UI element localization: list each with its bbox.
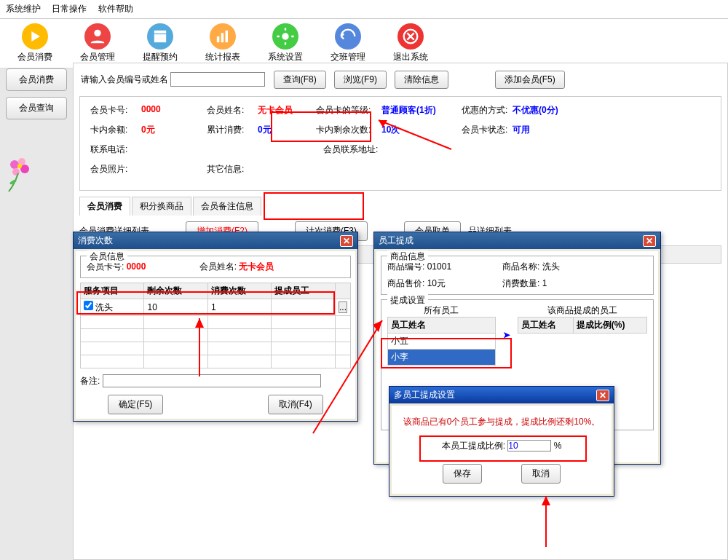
left-query[interactable]: 会员查询 [6,97,67,119]
total-label: 累计消费: [207,124,258,136]
qty-lbl: 消费数量: [502,278,539,288]
balance-label: 卡内余额: [90,124,141,136]
addr-label: 会员联系地址: [323,143,396,156]
assigned-emp-label: 该商品提成的员工 [518,304,647,317]
member-info-legend: 会员信息 [87,251,127,263]
close-icon[interactable]: ✕ [340,235,353,247]
card-status: 可用 [513,124,530,136]
save-button[interactable]: 保存 [443,464,482,484]
qty-val: 1 [542,278,547,288]
th-empname2: 员工姓名 [518,318,573,334]
dlg1-cardno-lbl: 会员卡号: [87,261,124,272]
left-panel: 会员消费 会员查询 [0,63,73,125]
dlg1-name-lbl: 会员姓名: [199,261,237,272]
dlg3-title: 多员工提成设置 [394,389,455,401]
arrow-right-icon[interactable]: ➤ [503,304,510,366]
tabs: 会员消费 积分换商品 会员备注信息 [79,197,721,216]
commission-legend: 提成设置 [387,294,428,307]
tb-stats[interactable]: 统计报表 [202,23,243,63]
toolbar: 会员消费 会员管理 提醒预约 统计报表 系统设置 交班管理 退出系统 [0,19,728,68]
svg-marker-0 [31,31,40,42]
svg-rect-4 [217,36,220,42]
price-lbl: 商品售价: [387,278,424,288]
dialog-consume-count: 消费次数✕ 会员信息 会员卡号: 0000 会员姓名: 无卡会员 服务项目剩余次… [73,232,358,422]
svg-point-11 [10,160,19,169]
clear-button[interactable]: 清除信息 [395,71,448,89]
member-info-box: 会员卡号:0000 会员姓名:无卡会员 会员卡的等级:普通顾客(1折) 优惠的方… [79,96,721,191]
prod-info-legend: 商品信息 [387,251,428,263]
name-label: 会员姓名: [207,104,258,117]
query-button[interactable]: 查询(F8) [274,71,326,89]
balance: 0元 [141,124,207,136]
menu-daily[interactable]: 日常操作 [52,4,87,14]
tab-remark[interactable]: 会员备注信息 [193,197,261,216]
ratio-label: 本员工提成比例: [442,441,505,451]
dlg3-cancel-button[interactable]: 取消 [521,464,561,484]
svg-rect-5 [221,33,224,42]
th-service: 服务项目 [81,283,144,299]
th-empname: 员工姓名 [388,318,496,334]
more-button[interactable]: ... [339,301,347,313]
svg-point-15 [17,164,22,168]
dlg1-name: 无卡会员 [239,261,274,272]
dlg1-title: 消费次数 [78,234,113,247]
service-table: 服务项目剩余次数消费次数提成员工 洗头 10 1 ... [80,283,351,368]
tab-consume[interactable]: 会员消费 [79,197,130,216]
svg-rect-6 [226,31,229,42]
tb-consume[interactable]: 会员消费 [15,23,55,63]
svg-point-7 [282,33,288,39]
discount-label: 优惠的方式: [462,104,513,117]
remain-count: 10次 [381,124,462,136]
th-consume: 消费次数 [207,283,271,299]
price-val: 10元 [427,277,500,290]
menu-help[interactable]: 软件帮助 [98,4,133,14]
tb-member[interactable]: 会员管理 [77,23,118,63]
tb-exit[interactable]: 退出系统 [390,23,431,63]
tb-remind[interactable]: 提醒预约 [140,23,181,63]
emp-row[interactable]: 小五 [388,334,496,350]
prod-name-lbl: 商品名称: [502,261,539,272]
tb-settings[interactable]: 系统设置 [265,23,306,63]
photo-label: 会员照片: [90,163,141,176]
left-consume[interactable]: 会员消费 [6,68,67,91]
service-name: 洗头 [95,302,113,312]
dialog-multi-commission: 多员工提成设置✕ 该商品已有0个员工参与提成，提成比例还剩10%。 本员工提成比… [389,386,614,497]
remark-input[interactable] [103,374,321,387]
phone-label: 联系电话: [90,143,141,156]
tb-shift[interactable]: 交班管理 [328,23,368,63]
dlg3-info: 该商品已有0个员工参与提成，提成比例还剩10%。 [399,416,604,428]
remain-label: 卡内剩余次数: [316,124,381,136]
pct-label: % [554,441,562,451]
member-level: 普通顾客(1折) [381,104,462,117]
search-label: 请输入会员编号或姓名 [81,74,168,84]
prod-no-lbl: 商品编号: [387,261,424,272]
menu-system[interactable]: 系统维护 [6,4,41,14]
discount-value: 不优惠(0分) [513,104,558,117]
close-icon[interactable]: ✕ [596,390,609,401]
prod-no: 01001 [427,261,500,272]
other-label: 其它信息: [207,163,258,176]
emp-row[interactable]: 小李 [388,350,496,366]
level-label: 会员卡的等级: [316,104,381,117]
svg-point-1 [94,30,100,36]
tab-exchange[interactable]: 积分换商品 [132,197,191,216]
all-emp-table: 员工姓名 小五 小李 [387,317,496,366]
th-emp: 提成员工 [272,283,336,299]
member-name: 无卡会员 [258,104,316,117]
add-member-button[interactable]: 添加会员(F5) [495,71,565,89]
close-icon[interactable]: ✕ [643,235,656,247]
remark-label: 备注: [80,376,100,386]
svg-rect-2 [154,31,166,42]
table-row[interactable]: 洗头 10 1 ... [81,299,351,316]
dlg1-cancel-button[interactable]: 取消(F4) [268,395,323,414]
service-checkbox[interactable] [84,301,93,310]
assigned-emp-table: 员工姓名提成比例(%) [518,317,647,334]
dlg1-ok-button[interactable]: 确定(F5) [108,395,163,414]
total-consume: 0元 [258,124,316,136]
th-ratio: 提成比例(%) [573,318,646,334]
browse-button[interactable]: 浏览(F9) [334,71,387,89]
search-input[interactable] [170,72,265,87]
service-consume[interactable]: 1 [207,299,271,316]
ratio-input[interactable] [507,440,551,451]
th-remain: 剩余次数 [144,283,207,299]
